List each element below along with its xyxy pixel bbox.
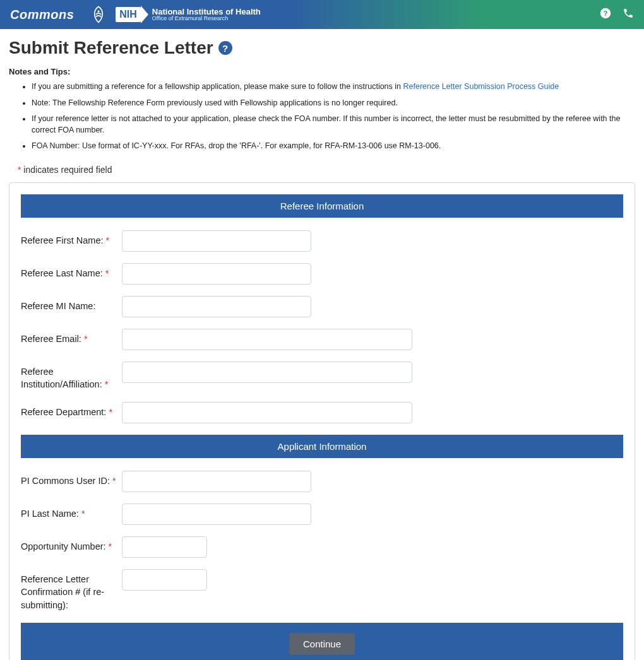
- label-confirmation-number: Reference Letter Confirmation # (if re-s…: [21, 569, 122, 611]
- referee-first-name-input[interactable]: [122, 230, 311, 252]
- confirmation-number-input[interactable]: [122, 569, 207, 591]
- note-text: If you are submitting a reference for a …: [32, 82, 403, 91]
- svg-text:?: ?: [604, 9, 608, 17]
- page-title: Submit Reference Letter: [9, 38, 213, 58]
- referee-last-name-input[interactable]: [122, 263, 311, 285]
- nih-logo: NIH National Institutes of Health Office…: [116, 6, 260, 23]
- reference-guide-link[interactable]: Reference Letter Submission Process Guid…: [403, 82, 559, 91]
- list-item: FOA Number: Use format of IC-YY-xxx. For…: [32, 141, 635, 152]
- top-nav: Commons NIH National Institutes of Healt…: [0, 0, 644, 29]
- label-opportunity-number: Opportunity Number: *: [21, 536, 122, 553]
- label-referee-institution: Referee Institution/Affiliation: *: [21, 362, 122, 391]
- form-footer: Continue: [21, 623, 623, 660]
- referee-institution-input[interactable]: [122, 362, 412, 383]
- label-pi-user-id: PI Commons User ID: *: [21, 471, 122, 487]
- phone-icon[interactable]: [623, 8, 634, 21]
- label-pi-last-name: PI Last Name: *: [21, 504, 122, 520]
- pi-last-name-input[interactable]: [122, 504, 311, 525]
- required-note: * indicates required field: [18, 165, 635, 175]
- label-referee-first-name: Referee First Name: *: [21, 230, 122, 247]
- opportunity-number-input[interactable]: [122, 536, 207, 558]
- list-item: If you are submitting a reference for a …: [32, 81, 635, 93]
- label-referee-email: Referee Email: *: [21, 329, 122, 345]
- help-icon[interactable]: ?: [600, 8, 611, 21]
- label-referee-department: Referee Department: *: [21, 402, 122, 418]
- notes-list: If you are submitting a reference for a …: [9, 81, 635, 152]
- referee-email-input[interactable]: [122, 329, 412, 350]
- nih-subtitle: Office of Extramural Research: [152, 16, 261, 21]
- pi-user-id-input[interactable]: [122, 471, 311, 492]
- referee-mi-input[interactable]: [122, 296, 311, 317]
- svg-point-0: [98, 10, 100, 12]
- list-item: If your reference letter is not attached…: [32, 114, 635, 136]
- brand-logo: Commons: [10, 8, 74, 22]
- notes-heading: Notes and Tips:: [9, 67, 635, 76]
- page-help-icon[interactable]: ?: [218, 41, 232, 55]
- hhs-icon: [89, 5, 108, 24]
- continue-button[interactable]: Continue: [289, 633, 355, 655]
- list-item: Note: The Fellowship Reference Form prev…: [32, 98, 635, 109]
- form-card: Referee Information Referee First Name: …: [9, 182, 635, 661]
- section-header-referee: Referee Information: [21, 194, 623, 218]
- label-referee-last-name: Referee Last Name: *: [21, 263, 122, 280]
- section-header-applicant: Applicant Information: [21, 435, 623, 458]
- label-referee-mi: Referee MI Name:: [21, 296, 122, 312]
- referee-department-input[interactable]: [122, 402, 412, 423]
